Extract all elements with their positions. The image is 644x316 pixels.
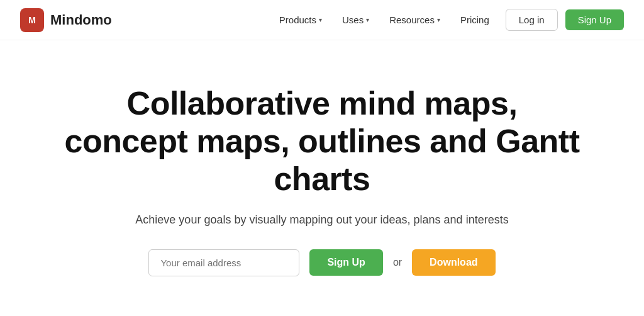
download-button[interactable]: Download (412, 249, 495, 276)
login-button[interactable]: Log in (506, 9, 558, 31)
logo[interactable]: M Mindomo (20, 8, 112, 32)
chevron-down-icon: ▾ (437, 16, 440, 23)
header: M Mindomo Products ▾ Uses ▾ Resources ▾ … (0, 0, 644, 40)
nav-uses[interactable]: Uses ▾ (333, 9, 378, 30)
main-nav: Products ▾ Uses ▾ Resources ▾ Pricing Lo… (270, 9, 624, 31)
or-separator: or (393, 257, 402, 268)
chevron-down-icon: ▾ (319, 16, 322, 23)
signup-main-button[interactable]: Sign Up (309, 249, 382, 276)
nav-resources[interactable]: Resources ▾ (380, 9, 449, 30)
email-input[interactable] (148, 249, 299, 276)
nav-pricing[interactable]: Pricing (452, 9, 498, 30)
hero-subheadline: Achieve your goals by visually mapping o… (135, 213, 508, 227)
brand-name: Mindomo (50, 12, 112, 28)
nav-products[interactable]: Products ▾ (270, 9, 331, 30)
cta-area: Sign Up or Download (148, 249, 495, 276)
hero-headline: Collaborative mind maps, concept maps, o… (64, 85, 580, 198)
hero-section: Collaborative mind maps, concept maps, o… (0, 40, 644, 316)
signup-nav-button[interactable]: Sign Up (565, 9, 624, 30)
logo-icon: M (20, 8, 44, 32)
chevron-down-icon: ▾ (366, 16, 369, 23)
svg-text:M: M (28, 15, 36, 25)
